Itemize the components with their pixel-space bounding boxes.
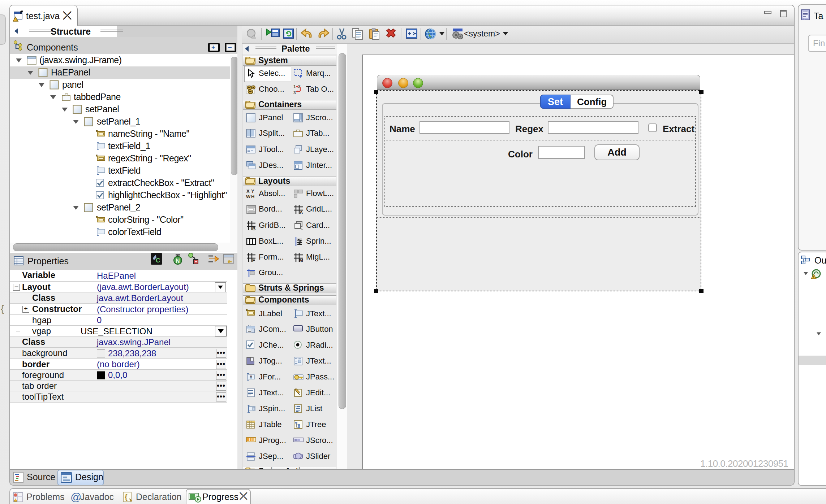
svg-text:{: { (125, 493, 128, 501)
svg-text:3: 3 (293, 90, 296, 95)
svg-text:W: W (246, 194, 251, 199)
svg-text:C: C (156, 257, 160, 264)
svg-text:1: 1 (293, 84, 296, 89)
svg-text:Y: Y (251, 188, 254, 194)
svg-text:F: F (252, 258, 255, 263)
svg-text:A: A (300, 210, 303, 215)
svg-text:#: # (250, 375, 252, 380)
svg-text:!: ! (813, 275, 814, 279)
svg-text:N: N (176, 258, 180, 264)
svg-text:M: M (299, 258, 303, 263)
svg-text:H: H (251, 194, 254, 199)
svg-text:B: B (252, 226, 255, 231)
svg-text:!: ! (16, 18, 17, 22)
svg-text:X: X (246, 188, 250, 194)
